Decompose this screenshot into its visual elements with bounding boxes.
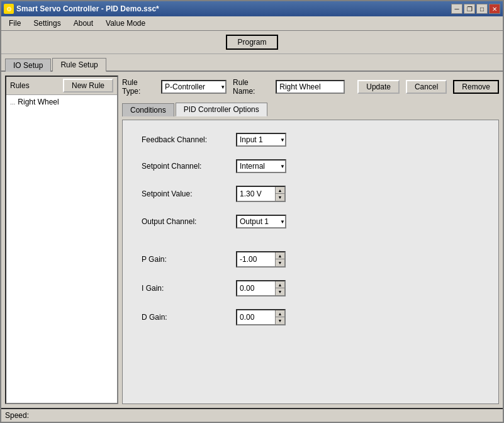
i-gain-input[interactable] bbox=[237, 281, 275, 295]
inner-tab-strip: Conditions PID Controller Options bbox=[122, 102, 499, 116]
p-gain-down-button[interactable]: ▼ bbox=[276, 259, 284, 266]
i-gain-label: I Gain: bbox=[142, 284, 236, 293]
i-gain-up-button[interactable]: ▲ bbox=[276, 281, 284, 288]
rule-type-group: Rule Type: P-ControllerPID ControllerSim… bbox=[122, 78, 227, 96]
rule-name-input[interactable] bbox=[276, 80, 345, 94]
rules-header: Rules New Rule bbox=[6, 77, 117, 95]
i-gain-control: ▲ ▼ bbox=[236, 280, 286, 296]
setpoint-value-control: ▲ ▼ bbox=[236, 186, 286, 202]
content-area: Rules New Rule ... Right Wheel Rule Type… bbox=[1, 72, 503, 408]
setpoint-channel-label: Setpoint Channel: bbox=[142, 162, 236, 171]
feedback-channel-label: Feedback Channel: bbox=[142, 135, 236, 144]
rule-type-label: Rule Type: bbox=[122, 78, 157, 96]
rules-list: ... Right Wheel bbox=[6, 95, 117, 403]
menu-bar: File Settings About Value Mode bbox=[1, 16, 503, 31]
i-gain-down-button[interactable]: ▼ bbox=[276, 288, 284, 295]
right-panel: Rule Type: P-ControllerPID ControllerSim… bbox=[122, 76, 499, 404]
tab-io-setup[interactable]: IO Setup bbox=[5, 59, 51, 72]
d-gain-spinner: ▲ ▼ bbox=[236, 309, 286, 325]
rule-name-group: Rule Name: bbox=[233, 78, 345, 96]
main-window: ⚙ Smart Servo Controller - PID Demo.ssc*… bbox=[0, 0, 504, 423]
speed-label: Speed: bbox=[5, 411, 29, 420]
output-channel-row: Output Channel: Output 1Output 2Output 3… bbox=[142, 215, 479, 228]
menu-settings[interactable]: Settings bbox=[28, 18, 65, 29]
restore-button[interactable]: ❐ bbox=[464, 4, 475, 14]
output-channel-select[interactable]: Output 1Output 2Output 3 bbox=[236, 215, 286, 228]
menu-value-mode[interactable]: Value Mode bbox=[101, 18, 150, 29]
outer-tab-strip: IO Setup Rule Setup bbox=[1, 54, 503, 72]
cancel-button[interactable]: Cancel bbox=[406, 80, 447, 94]
rules-label: Rules bbox=[10, 81, 30, 90]
setpoint-spinner-buttons: ▲ ▼ bbox=[275, 187, 284, 201]
setpoint-value-input[interactable] bbox=[237, 187, 275, 201]
menu-about[interactable]: About bbox=[69, 18, 98, 29]
window-title: Smart Servo Controller - PID Demo.ssc* bbox=[16, 4, 159, 13]
pid-panel: Feedback Channel: Input 1Input 2Input 3I… bbox=[122, 120, 499, 404]
p-gain-up-button[interactable]: ▲ bbox=[276, 252, 284, 259]
d-gain-down-button[interactable]: ▼ bbox=[276, 317, 284, 324]
new-rule-button[interactable]: New Rule bbox=[63, 79, 113, 93]
rule-type-select[interactable]: P-ControllerPID ControllerSimple Rule bbox=[161, 80, 227, 94]
maximize-button[interactable]: □ bbox=[476, 4, 488, 14]
feedback-channel-control: Input 1Input 2Input 3Input 4 ▼ bbox=[236, 133, 286, 147]
rule-config-row: Rule Type: P-ControllerPID ControllerSim… bbox=[122, 76, 499, 98]
setpoint-channel-control: InternalInput 1Input 2 ▼ bbox=[236, 159, 286, 173]
rules-panel: Rules New Rule ... Right Wheel bbox=[5, 76, 118, 404]
setpoint-channel-select[interactable]: InternalInput 1Input 2 bbox=[236, 159, 286, 173]
p-gain-spinner: ▲ ▼ bbox=[236, 251, 286, 268]
rule-item-label: Right Wheel bbox=[18, 98, 59, 106]
setpoint-up-button[interactable]: ▲ bbox=[276, 187, 284, 194]
status-bar: Speed: bbox=[1, 408, 503, 422]
setpoint-select-wrapper: InternalInput 1Input 2 ▼ bbox=[236, 159, 286, 173]
setpoint-value-spinner: ▲ ▼ bbox=[236, 186, 286, 202]
i-gain-spinner-buttons: ▲ ▼ bbox=[275, 281, 284, 295]
program-button[interactable]: Program bbox=[226, 35, 277, 50]
i-gain-row: I Gain: ▲ ▼ bbox=[142, 280, 479, 296]
feedback-channel-row: Feedback Channel: Input 1Input 2Input 3I… bbox=[142, 133, 479, 147]
setpoint-channel-row: Setpoint Channel: InternalInput 1Input 2… bbox=[142, 159, 479, 173]
d-gain-up-button[interactable]: ▲ bbox=[276, 310, 284, 317]
minimize-button[interactable]: ─ bbox=[451, 4, 462, 14]
p-gain-control: ▲ ▼ bbox=[236, 251, 286, 268]
d-gain-control: ▲ ▼ bbox=[236, 309, 286, 325]
output-select-wrapper: Output 1Output 2Output 3 ▼ bbox=[236, 215, 286, 228]
close-button[interactable]: ✕ bbox=[489, 4, 500, 14]
p-gain-label: P Gain: bbox=[142, 255, 236, 264]
rule-type-select-wrapper: P-ControllerPID ControllerSimple Rule ▼ bbox=[161, 80, 227, 94]
title-bar: ⚙ Smart Servo Controller - PID Demo.ssc*… bbox=[1, 1, 503, 16]
output-channel-control: Output 1Output 2Output 3 ▼ bbox=[236, 215, 286, 228]
setpoint-down-button[interactable]: ▼ bbox=[276, 194, 284, 201]
output-channel-label: Output Channel: bbox=[142, 217, 236, 226]
tab-rule-setup[interactable]: Rule Setup bbox=[52, 58, 106, 72]
menu-file[interactable]: File bbox=[4, 18, 26, 29]
remove-button[interactable]: Remove bbox=[453, 80, 499, 94]
rule-tree-dots: ... bbox=[10, 99, 15, 106]
d-gain-label: D Gain: bbox=[142, 313, 236, 322]
d-gain-input[interactable] bbox=[237, 310, 275, 324]
i-gain-spinner: ▲ ▼ bbox=[236, 280, 286, 296]
app-icon: ⚙ bbox=[4, 4, 14, 14]
tab-pid-options[interactable]: PID Controller Options bbox=[176, 103, 267, 116]
feedback-select-wrapper: Input 1Input 2Input 3Input 4 ▼ bbox=[236, 133, 286, 147]
tab-conditions[interactable]: Conditions bbox=[122, 103, 174, 116]
list-item[interactable]: ... Right Wheel bbox=[8, 96, 116, 108]
p-gain-input[interactable] bbox=[237, 252, 275, 266]
d-gain-spinner-buttons: ▲ ▼ bbox=[275, 310, 284, 324]
toolbar: Program bbox=[1, 31, 503, 54]
p-gain-row: P Gain: ▲ ▼ bbox=[142, 251, 479, 268]
setpoint-value-row: Setpoint Value: ▲ ▼ bbox=[142, 186, 479, 202]
d-gain-row: D Gain: ▲ ▼ bbox=[142, 309, 479, 325]
rule-name-label: Rule Name: bbox=[233, 78, 272, 96]
feedback-channel-select[interactable]: Input 1Input 2Input 3Input 4 bbox=[236, 133, 286, 147]
setpoint-value-label: Setpoint Value: bbox=[142, 189, 236, 198]
update-button[interactable]: Update bbox=[357, 80, 400, 94]
spacer-block bbox=[142, 241, 479, 251]
p-gain-spinner-buttons: ▲ ▼ bbox=[275, 252, 284, 266]
title-bar-controls: ─ ❐ □ ✕ bbox=[451, 4, 500, 14]
title-bar-left: ⚙ Smart Servo Controller - PID Demo.ssc* bbox=[4, 4, 159, 14]
